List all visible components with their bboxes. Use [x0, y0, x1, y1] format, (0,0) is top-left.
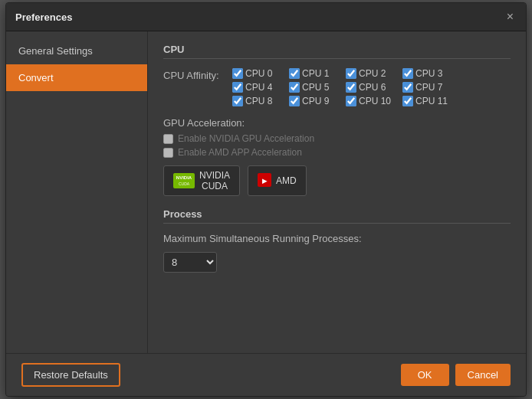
cpu-6-label: CPU 6: [359, 82, 386, 93]
cpu-5-label: CPU 5: [302, 82, 329, 93]
process-count-select[interactable]: 1 2 3 4 5 6 7 8: [163, 252, 217, 273]
process-section-header: Process: [163, 208, 511, 224]
cpu-10-checkbox[interactable]: [346, 96, 356, 106]
ok-button[interactable]: OK: [401, 364, 449, 386]
nvidia-icon: NVIDIA CUDA: [173, 173, 195, 188]
cpu-2-label: CPU 2: [359, 68, 386, 79]
amd-button[interactable]: ▶ AMD: [248, 165, 307, 196]
cpu-section-header: CPU: [163, 44, 511, 59]
cpu-7-item[interactable]: CPU 7: [402, 82, 455, 93]
cpu-9-item[interactable]: CPU 9: [289, 96, 341, 106]
process-section: Process Maximum Simultaneous Running Pro…: [163, 208, 511, 273]
cpu-8-item[interactable]: CPU 8: [232, 96, 284, 106]
cpu-row-2: CPU 8 CPU 9 CPU 10: [232, 96, 455, 106]
dialog-footer: Restore Defaults OK Cancel: [6, 353, 526, 396]
svg-text:CUDA: CUDA: [179, 182, 190, 186]
amd-button-label: AMD: [276, 175, 297, 186]
footer-buttons-right: OK Cancel: [401, 364, 511, 386]
svg-text:NVIDIA: NVIDIA: [176, 175, 192, 180]
preferences-dialog: Preferences × General Settings Convert C…: [5, 2, 527, 397]
nvidia-button[interactable]: NVIDIA CUDA NVIDIACUDA: [163, 165, 240, 196]
dialog-title: Preferences: [15, 11, 72, 23]
cpu-1-label: CPU 1: [302, 68, 329, 79]
cpu-11-checkbox[interactable]: [402, 96, 413, 106]
cpu-checkboxes: CPU 0 CPU 1 CPU 2: [232, 68, 455, 106]
cpu-5-checkbox[interactable]: [289, 82, 300, 93]
svg-text:▶: ▶: [262, 178, 268, 185]
cpu-1-checkbox[interactable]: [289, 68, 300, 79]
cpu-row-0: CPU 0 CPU 1 CPU 2: [232, 68, 455, 79]
cpu-7-checkbox[interactable]: [402, 82, 413, 93]
amd-acceleration-checkbox[interactable]: [163, 148, 173, 158]
cpu-row-1: CPU 4 CPU 5 CPU 6: [232, 82, 455, 93]
cpu-affinity-row: CPU Affinity: CPU 0 CPU 1: [163, 68, 511, 106]
cpu-4-label: CPU 4: [245, 82, 272, 93]
cpu-0-label: CPU 0: [245, 68, 272, 79]
cpu-3-checkbox[interactable]: [402, 68, 413, 79]
amd-icon: ▶: [258, 173, 271, 189]
cancel-button[interactable]: Cancel: [455, 364, 511, 386]
amd-acceleration-option: Enable AMD APP Acceleration: [163, 147, 511, 158]
sidebar-item-convert[interactable]: Convert: [6, 64, 147, 91]
cpu-9-checkbox[interactable]: [289, 96, 300, 106]
cpu-affinity-label: CPU Affinity:: [163, 68, 232, 81]
cpu-2-checkbox[interactable]: [346, 68, 356, 79]
cpu-0-item[interactable]: CPU 0: [232, 68, 284, 79]
amd-acceleration-label: Enable AMD APP Acceleration: [178, 147, 302, 158]
nvidia-acceleration-checkbox[interactable]: [163, 134, 173, 144]
cpu-9-label: CPU 9: [302, 96, 329, 106]
gpu-section: GPU Acceleration: Enable NVIDIA GPU Acce…: [163, 117, 511, 196]
cpu-6-checkbox[interactable]: [346, 82, 356, 93]
cpu-10-item[interactable]: CPU 10: [346, 96, 398, 106]
cpu-1-item[interactable]: CPU 1: [289, 68, 341, 79]
dialog-body: General Settings Convert CPU CPU Affinit…: [6, 31, 526, 353]
cpu-3-label: CPU 3: [415, 68, 442, 79]
cpu-3-item[interactable]: CPU 3: [402, 68, 455, 79]
cpu-4-checkbox[interactable]: [232, 82, 243, 93]
cpu-0-checkbox[interactable]: [232, 68, 243, 79]
nvidia-acceleration-option: Enable NVIDIA GPU Acceleration: [163, 133, 511, 144]
close-button[interactable]: ×: [504, 9, 517, 25]
main-content: CPU CPU Affinity: CPU 0 CPU 1: [148, 31, 526, 353]
cpu-4-item[interactable]: CPU 4: [232, 82, 284, 93]
nvidia-button-label: NVIDIACUDA: [199, 170, 230, 191]
cpu-5-item[interactable]: CPU 5: [289, 82, 341, 93]
cpu-6-item[interactable]: CPU 6: [346, 82, 398, 93]
gpu-buttons: NVIDIA CUDA NVIDIACUDA ▶: [163, 165, 511, 196]
cpu-8-checkbox[interactable]: [232, 96, 243, 106]
restore-defaults-button[interactable]: Restore Defaults: [21, 363, 120, 387]
cpu-11-label: CPU 11: [415, 96, 448, 106]
gpu-section-header: GPU Acceleration:: [163, 117, 511, 129]
process-label: Maximum Simultaneous Running Processes:: [163, 233, 511, 244]
cpu-7-label: CPU 7: [415, 82, 442, 93]
sidebar: General Settings Convert: [6, 31, 148, 353]
cpu-2-item[interactable]: CPU 2: [346, 68, 398, 79]
title-bar: Preferences ×: [6, 3, 526, 31]
cpu-section: CPU CPU Affinity: CPU 0 CPU 1: [163, 44, 511, 106]
sidebar-item-general-settings[interactable]: General Settings: [6, 38, 147, 64]
cpu-8-label: CPU 8: [245, 96, 272, 106]
process-select-row: 1 2 3 4 5 6 7 8: [163, 252, 511, 273]
cpu-11-item[interactable]: CPU 11: [402, 96, 455, 106]
cpu-10-label: CPU 10: [359, 96, 391, 106]
nvidia-acceleration-label: Enable NVIDIA GPU Acceleration: [178, 133, 314, 144]
